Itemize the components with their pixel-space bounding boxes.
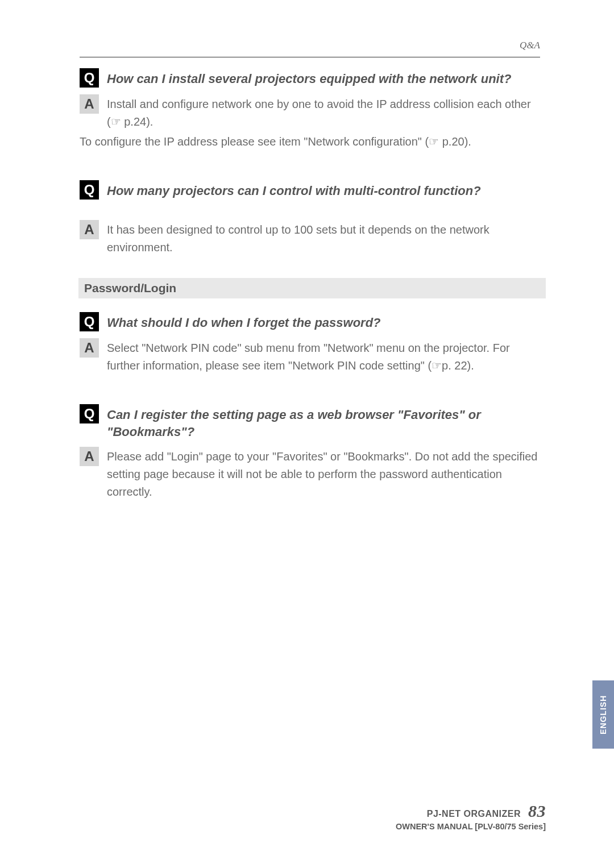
page-content: Q How can I install several projectors e… xyxy=(80,68,546,501)
q-badge: Q xyxy=(80,404,99,423)
q-badge: Q xyxy=(80,312,99,331)
a-badge: A xyxy=(80,338,99,358)
q-badge: Q xyxy=(80,180,99,200)
answer-text: Install and configure network one by one… xyxy=(107,93,546,151)
answer-main: Install and configure network one by one… xyxy=(107,98,531,128)
question-text: Can I register the setting page as a web… xyxy=(107,404,546,440)
footer-title: PJ-NET ORGANIZER xyxy=(427,809,521,819)
answer-text: It has been designed to control up to 10… xyxy=(107,219,546,256)
section-heading: Password/Login xyxy=(78,278,546,298)
qa-item: Q Can I register the setting page as a w… xyxy=(80,404,546,501)
qa-item: Q How can I install several projectors e… xyxy=(80,68,546,151)
section-label: Q&A xyxy=(520,40,540,51)
question-text: How many projectors can I control with m… xyxy=(107,180,481,200)
question-text: How can I install several projectors equ… xyxy=(107,68,511,88)
footer-subtitle: OWNER'S MANUAL [PLV-80/75 Series] xyxy=(396,822,546,831)
question-text: What should I do when I forget the passw… xyxy=(107,312,381,331)
answer-text: Please add "Login" page to your "Favorit… xyxy=(107,446,546,501)
qa-item: Q How many projectors can I control with… xyxy=(80,180,546,256)
a-badge: A xyxy=(80,447,99,466)
a-badge: A xyxy=(80,94,99,114)
page-number: 83 xyxy=(528,801,546,820)
answer-sub: To configure the IP address please see i… xyxy=(80,133,546,151)
qa-item: Q What should I do when I forget the pas… xyxy=(80,312,546,375)
header-rule xyxy=(80,57,540,57)
language-tab: ENGLISH xyxy=(592,680,614,749)
a-badge: A xyxy=(80,220,99,239)
answer-text: Select "Network PIN code" sub menu from … xyxy=(107,337,546,375)
q-badge: Q xyxy=(80,68,99,88)
page-footer: PJ-NET ORGANIZER 83 OWNER'S MANUAL [PLV-… xyxy=(396,801,546,831)
